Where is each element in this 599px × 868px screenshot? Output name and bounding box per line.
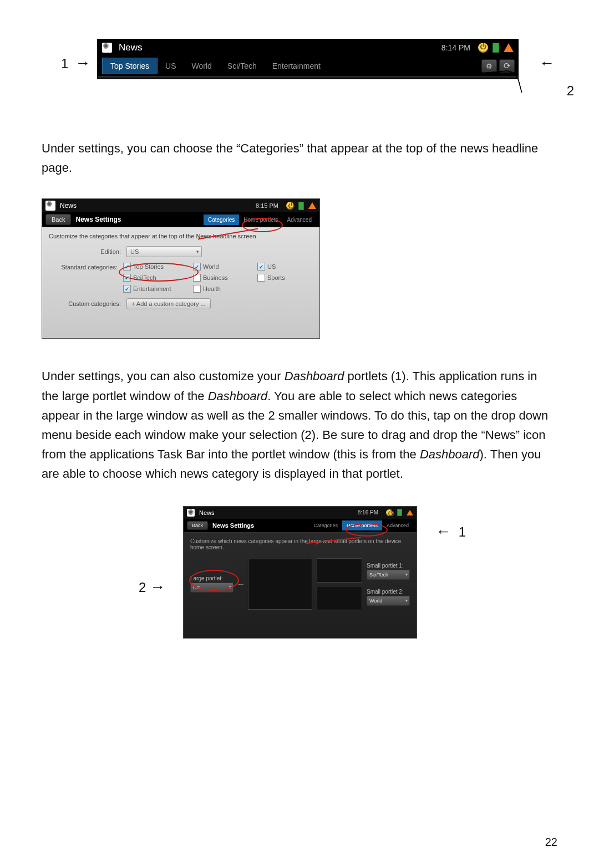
status-icon [478,43,488,53]
annotation-2-label: 2 [567,83,574,99]
large-portlet-preview [248,559,312,610]
edition-label: Edition: [49,248,126,255]
annotation-2-label: 2 [139,578,165,596]
clock-time: 8:16 PM [358,509,378,515]
tab-home-portlets[interactable]: Home portlets [342,520,382,530]
tab-us[interactable]: US [158,58,184,74]
add-custom-category-button[interactable]: + Add a custom category ... [126,298,211,309]
app-title: News [119,42,143,53]
clock-time: 8:14 PM [441,43,470,52]
checkbox-us[interactable]: US [257,263,313,270]
checkbox-health[interactable]: Health [193,285,248,293]
small-portlet-2-dropdown[interactable]: World [367,596,410,606]
news-app-icon [187,509,195,517]
warning-icon [407,510,413,515]
arrow-left-icon [435,524,451,539]
tab-advanced[interactable]: Advanced [283,215,316,225]
screenshot-news-settings-portlets: News 8:16 PM Back News Settings Categori… [183,506,417,639]
tab-advanced[interactable]: Advanced [382,520,413,530]
app-title: News [199,509,215,516]
large-portlet-label: Large portlet: [190,575,233,581]
checkbox-world[interactable]: World [193,263,248,270]
clock-time: 8:15 PM [256,202,278,209]
checkbox-scitech[interactable]: Sci/Tech [123,274,184,282]
arrow-right-icon [150,580,165,595]
settings-title: News Settings [212,522,254,529]
annotation-1-label: 1 [61,54,90,72]
settings-button[interactable] [481,59,497,73]
small-portlet-2-label: Small portlet 2: [367,589,410,595]
small-portlet-1-dropdown[interactable]: Sci/Tech [367,570,410,580]
tab-world[interactable]: World [184,58,220,74]
battery-icon [493,43,499,53]
settings-description: Customize the categories that appear at … [49,233,313,239]
screenshot-news-settings-categories: News 8:15 PM Back News Settings Categori… [42,198,320,339]
screenshot-news-tabs: News 8:14 PM Top Stories US World Sci/Te… [97,39,519,79]
small-portlet-2-preview [317,586,362,610]
large-portlet-dropdown[interactable]: US [190,583,233,593]
tab-scitech[interactable]: Sci/Tech [220,58,265,74]
small-portlet-1-label: Small portlet 1: [367,563,410,569]
standard-categories-label: Standard categories: [49,263,123,270]
refresh-button[interactable] [499,59,515,73]
custom-categories-label: Custom categories: [49,300,126,307]
arrow-right-icon [75,56,90,71]
status-icon [286,202,294,210]
warning-icon [308,202,316,209]
tab-categories[interactable]: Categories [204,215,239,225]
settings-title: News Settings [75,216,121,223]
tab-home-portlets[interactable]: Home portlets [239,215,282,225]
paragraph-categories: Under settings, you can choose the “Cate… [42,139,557,177]
battery-icon [397,509,402,516]
warning-icon [504,43,514,52]
news-app-icon [45,201,55,211]
tab-top-stories[interactable]: Top Stories [102,58,158,74]
tab-categories[interactable]: Categories [309,520,342,530]
page-number: 22 [545,836,557,849]
status-icon [386,509,393,516]
paragraph-dashboard: Under settings, you can also customize y… [42,366,557,483]
checkbox-top-stories[interactable]: Top Stories [123,263,184,270]
settings-description: Customize which news categories appear i… [190,538,410,550]
back-button[interactable]: Back [45,214,71,225]
app-title: News [60,202,77,210]
small-portlet-1-preview [317,558,362,583]
arrow-left-icon [539,54,555,72]
checkbox-business[interactable]: Business [193,274,248,282]
tab-entertainment[interactable]: Entertainment [265,58,328,74]
checkbox-entertainment[interactable]: Entertainment [123,285,184,293]
edition-dropdown[interactable]: US [126,246,202,257]
annotation-1-label: 1 [435,523,466,540]
back-button[interactable]: Back [187,521,208,530]
news-app-icon [102,43,112,53]
battery-icon [298,202,304,210]
checkbox-sports[interactable]: Sports [257,274,313,282]
